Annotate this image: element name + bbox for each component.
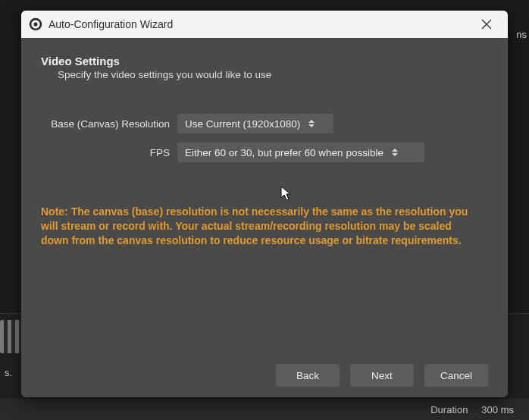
- svg-point-2: [33, 22, 37, 26]
- bg-text-fragment: ns: [516, 29, 527, 40]
- resolution-note: Note: The canvas (base) resolution is no…: [41, 205, 480, 248]
- fps-label: FPS: [41, 147, 177, 158]
- close-button[interactable]: [473, 11, 500, 38]
- resolution-label: Base (Canvas) Resolution: [41, 118, 177, 130]
- resolution-select[interactable]: Use Current (1920x1080): [177, 114, 333, 133]
- bg-text-fragment: s.: [0, 364, 17, 381]
- obs-logo-icon: [29, 17, 42, 31]
- close-icon: [481, 19, 492, 30]
- spinner-icon: [306, 116, 317, 131]
- mouse-cursor-icon: [280, 186, 293, 202]
- wizard-buttons: Back Next Cancel: [41, 356, 488, 387]
- video-settings-form: Base (Canvas) Resolution Use Current (19…: [41, 114, 488, 171]
- resolution-row: Base (Canvas) Resolution Use Current (19…: [41, 114, 488, 133]
- titlebar: Auto-Configuration Wizard: [21, 11, 508, 38]
- status-duration-label: Duration: [430, 404, 468, 415]
- cancel-button[interactable]: Cancel: [424, 364, 488, 387]
- dialog-body: Video Settings Specify the video setting…: [21, 38, 508, 397]
- fps-value: Either 60 or 30, but prefer 60 when poss…: [185, 147, 383, 158]
- spinner-icon: [390, 145, 400, 160]
- next-button[interactable]: Next: [350, 364, 414, 387]
- window-title: Auto-Configuration Wizard: [49, 18, 473, 30]
- fps-select[interactable]: Either 60 or 30, but prefer 60 when poss…: [177, 143, 424, 162]
- back-button[interactable]: Back: [276, 364, 340, 387]
- status-duration-value: 300 ms: [481, 404, 514, 415]
- status-bar: Duration 300 ms: [0, 399, 529, 420]
- page-subheading: Specify the video settings you would lik…: [58, 69, 488, 80]
- page-heading: Video Settings: [41, 55, 488, 67]
- resolution-value: Use Current (1920x1080): [185, 118, 300, 130]
- wizard-dialog: Auto-Configuration Wizard Video Settings…: [21, 11, 508, 397]
- fps-row: FPS Either 60 or 30, but prefer 60 when …: [41, 143, 488, 162]
